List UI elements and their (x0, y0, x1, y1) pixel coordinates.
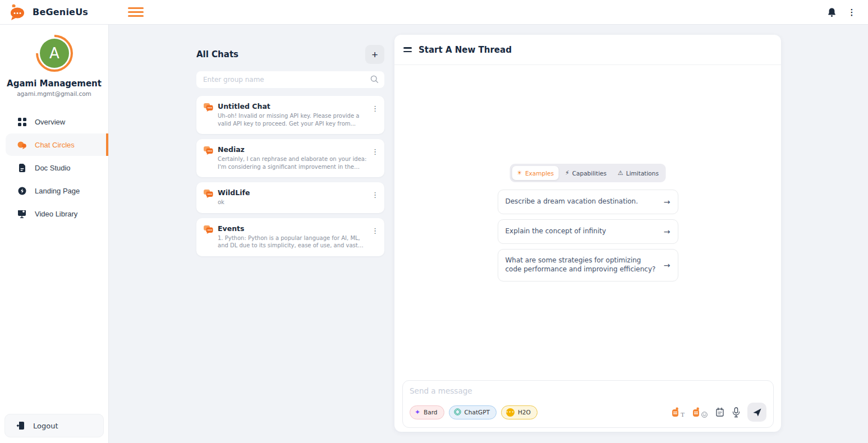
thread-header: Start A New Thread (394, 35, 781, 65)
tab-label: Limitations (626, 170, 659, 177)
content-area: All Chats + (109, 25, 868, 443)
chat-bubbles-icon (204, 146, 213, 170)
model-chip-h2o[interactable]: ••• H2O (501, 405, 538, 419)
tab-label: Examples (525, 170, 554, 177)
chat-item-body: Nediaz Certainly, I can rephrase and ela… (218, 145, 367, 170)
begenieus-logo-icon (8, 3, 27, 21)
lightning-icon: ⚡ (565, 169, 570, 177)
sidebar: A Agami Management agami.mgmt@gmail.com (0, 25, 109, 443)
sidebar-item-doc-studio[interactable]: Doc Studio (6, 156, 108, 179)
model-chip-chatgpt[interactable]: ChatGPT (449, 405, 497, 419)
chat-list-item-nediaz[interactable]: Nediaz Certainly, I can rephrase and ela… (196, 139, 384, 177)
search-icon (370, 75, 379, 86)
chat-options-kebab-icon[interactable]: ⋮ (371, 104, 379, 113)
chat-item-body: Events 1. Python: Python is a popular la… (218, 224, 367, 250)
logout-button[interactable]: Logout (4, 414, 104, 437)
video-projector-icon (17, 209, 27, 219)
model-chips: ✦ Bard (410, 405, 538, 419)
thread-menu-icon[interactable] (403, 47, 412, 52)
chat-list: Untitled Chat Uh-oh! Invalid or missing … (196, 96, 384, 256)
sun-icon: ☀ (517, 169, 522, 177)
chat-bubbles-icon (204, 225, 213, 250)
thread-body: ☀ Examples ⚡ Capabilities ⚠ Limitations (394, 65, 781, 432)
composer-toolbar: ✦ Bard (410, 403, 766, 422)
logout-icon (15, 421, 25, 431)
avatar-ring: A (28, 27, 80, 79)
chat-list-item-events[interactable]: Events 1. Python: Python is a popular la… (196, 218, 384, 256)
example-prompt-vacation[interactable]: Describe a dream vacation destination. → (498, 190, 678, 214)
example-prompt-infinity[interactable]: Explain the concept of infinity → (498, 219, 678, 244)
profile-name: Agami Management (7, 79, 102, 89)
composer-actions: T (671, 403, 766, 422)
chat-options-kebab-icon[interactable]: ⋮ (371, 227, 379, 235)
tab-label: Capabilities (572, 170, 607, 177)
message-input[interactable] (410, 386, 766, 403)
sidebar-item-video-library[interactable]: Video Library (6, 202, 108, 225)
thread-title: Start A New Thread (419, 45, 512, 55)
chat-list-item-untitled-chat[interactable]: Untitled Chat Uh-oh! Invalid or missing … (196, 96, 384, 134)
group-search-input[interactable] (196, 71, 384, 88)
notifications-bell-icon[interactable] (824, 5, 839, 20)
arrow-right-icon: → (664, 197, 670, 207)
microphone-icon[interactable] (732, 407, 740, 418)
example-prompt-code-optimization[interactable]: What are some strategies for optimizing … (498, 249, 678, 281)
send-button[interactable] (747, 403, 766, 422)
model-chip-bard[interactable]: ✦ Bard (410, 405, 444, 419)
arrow-right-icon: → (664, 227, 670, 237)
chat-snippet: 1. Python: Python is a popular language … (218, 234, 367, 250)
message-composer: ✦ Bard (402, 380, 774, 428)
overflow-kebab-icon[interactable]: ⋮ (844, 5, 859, 20)
bard-sparkle-icon: ✦ (415, 408, 420, 416)
chatgpt-icon (454, 408, 461, 417)
chat-name: Events (218, 224, 367, 233)
chat-name: Nediaz (218, 145, 367, 154)
sidebar-item-label: Overview (35, 118, 65, 126)
genie-text-letter: T (681, 412, 685, 418)
profile-email: agami.mgmt@gmail.com (17, 90, 91, 97)
thread-panel: Start A New Thread ☀ Examples ⚡ Capabili… (394, 35, 781, 432)
chat-snippet: Uh-oh! Invalid or missing API key. Pleas… (218, 112, 367, 127)
grid-icon (17, 117, 27, 127)
chat-name: Untitled Chat (218, 102, 367, 110)
chat-item-body: Untitled Chat Uh-oh! Invalid or missing … (218, 102, 367, 127)
tab-examples[interactable]: ☀ Examples (512, 166, 559, 180)
chat-list-item-wildlife[interactable]: WildLife ok ⋮ (196, 182, 384, 213)
chat-bubbles-icon (17, 140, 27, 150)
prompt-library-icon[interactable] (715, 407, 725, 417)
chat-list-panel: All Chats + (196, 45, 384, 256)
sidebar-item-chat-circles[interactable]: Chat Circles (6, 133, 108, 156)
chat-name: WildLife (218, 188, 367, 197)
smiley-badge-icon (701, 412, 708, 418)
top-header: BeGenieUs ⋮ (0, 0, 868, 25)
app-title: BeGenieUs (33, 7, 88, 17)
landing-page-icon (17, 186, 27, 196)
chat-snippet: ok (218, 199, 367, 206)
hamburger-menu-icon[interactable] (128, 6, 145, 19)
new-chat-button[interactable]: + (365, 45, 384, 64)
logout-label: Logout (33, 422, 58, 430)
profile-card: A Agami Management agami.mgmt@gmail.com (0, 25, 108, 97)
document-icon (17, 163, 27, 173)
chat-options-kebab-icon[interactable]: ⋮ (371, 147, 379, 156)
chat-list-header: All Chats + (196, 45, 384, 64)
sidebar-item-landing-page[interactable]: Landing Page (6, 179, 108, 202)
h2o-icon: ••• (506, 408, 515, 417)
sidebar-item-label: Doc Studio (35, 164, 71, 172)
genie-text-icon[interactable]: T (671, 407, 685, 418)
chat-bubbles-icon (204, 103, 213, 127)
sidebar-nav: Overview Chat Circles (0, 110, 108, 225)
sidebar-item-label: Landing Page (35, 187, 80, 195)
model-label: Bard (424, 409, 437, 416)
main-layout: A Agami Management agami.mgmt@gmail.com (0, 25, 868, 443)
intro-tabs: ☀ Examples ⚡ Capabilities ⚠ Limitations (509, 164, 666, 182)
group-search (196, 71, 384, 88)
tab-limitations[interactable]: ⚠ Limitations (613, 166, 664, 180)
model-label: ChatGPT (465, 409, 490, 416)
chat-snippet: Certainly, I can rephrase and elaborate … (218, 155, 367, 170)
genie-image-icon[interactable] (692, 407, 708, 418)
warning-triangle-icon: ⚠ (618, 169, 623, 177)
tab-capabilities[interactable]: ⚡ Capabilities (560, 166, 612, 180)
sidebar-item-overview[interactable]: Overview (6, 110, 108, 133)
chat-options-kebab-icon[interactable]: ⋮ (371, 191, 379, 199)
avatar[interactable]: A (40, 39, 69, 68)
